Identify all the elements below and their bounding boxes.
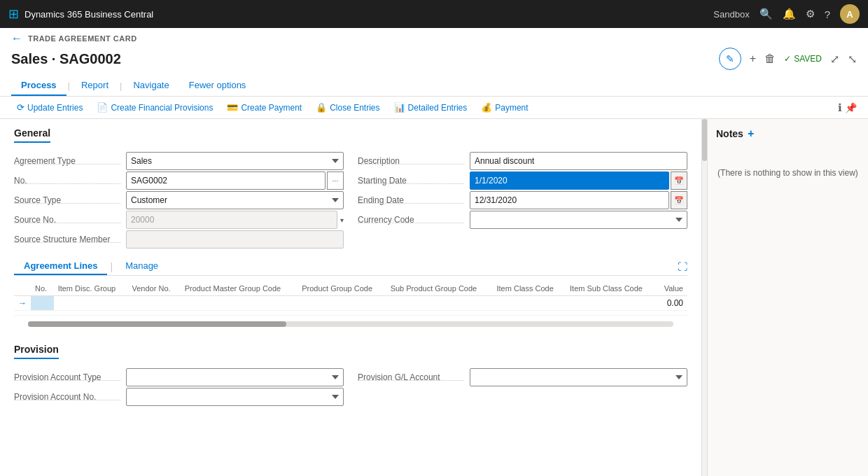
- no-ellipsis-button[interactable]: ···: [327, 172, 344, 190]
- starting-date-calendar-button[interactable]: 📅: [671, 172, 687, 190]
- description-row: Description: [358, 151, 687, 171]
- expand-table-icon[interactable]: ⛶: [678, 261, 687, 272]
- ending-date-label: Ending Date: [358, 195, 470, 205]
- gear-icon[interactable]: ⚙: [806, 8, 815, 20]
- create-payment-button[interactable]: 💳 Create Payment: [221, 99, 307, 115]
- pin-icon[interactable]: 📌: [845, 102, 857, 113]
- avatar[interactable]: A: [840, 4, 860, 24]
- delete-button[interactable]: 🗑: [764, 52, 776, 65]
- row-item-class-cell-2[interactable]: [492, 311, 566, 316]
- row-value-cell-2[interactable]: [657, 311, 687, 316]
- provision-account-no-row: Provision Account No.: [14, 387, 344, 407]
- tab-navigate[interactable]: Navigate: [123, 76, 178, 96]
- provision-account-no-label: Provision Account No.: [14, 392, 126, 402]
- row-item-sub-class-cell[interactable]: [566, 296, 657, 311]
- row-product-group-cell-2[interactable]: [298, 311, 386, 316]
- source-structure-value: [126, 230, 344, 248]
- row-sub-product-cell-2[interactable]: [386, 311, 493, 316]
- update-entries-icon: ⟳: [17, 102, 24, 113]
- row-sub-product-cell[interactable]: [386, 296, 493, 311]
- table-row[interactable]: → 0.00: [14, 296, 687, 311]
- payment-button[interactable]: 💰 Payment: [475, 99, 533, 115]
- source-no-dropdown-icon[interactable]: ▾: [340, 216, 344, 224]
- edit-button[interactable]: ✎: [719, 48, 741, 70]
- row-item-class-cell[interactable]: [492, 296, 566, 311]
- table-row[interactable]: [14, 311, 687, 316]
- row-item-disc-cell[interactable]: [54, 296, 128, 311]
- row-vendor-no-cell[interactable]: [128, 296, 181, 311]
- row-item-disc-cell-2[interactable]: [54, 311, 128, 316]
- row-product-master-cell-2[interactable]: [181, 311, 298, 316]
- col-arrow-header: [14, 281, 31, 296]
- general-section: General Agreement Type Sales: [0, 119, 701, 249]
- close-entries-button[interactable]: 🔒 Close Entries: [310, 99, 385, 115]
- row-item-sub-class-cell-2[interactable]: [566, 311, 657, 316]
- create-financial-button[interactable]: 📄 Create Financial Provisions: [91, 99, 218, 115]
- info-icon[interactable]: ℹ: [838, 102, 842, 114]
- source-type-row: Source Type Customer: [14, 190, 344, 210]
- provision-form-grid: Provision Account Type Provision Account…: [14, 368, 687, 407]
- provision-account-type-input[interactable]: [126, 368, 344, 386]
- row-value-cell[interactable]: 0.00: [657, 296, 687, 311]
- agreement-lines-tab[interactable]: Agreement Lines: [14, 258, 107, 275]
- vertical-scroll-thumb[interactable]: [702, 119, 707, 161]
- row-vendor-no-cell-2[interactable]: [128, 311, 181, 316]
- col-item-sub-class-header[interactable]: Item Sub Class Code: [566, 281, 657, 296]
- source-structure-input[interactable]: [126, 230, 344, 248]
- ending-date-input[interactable]: [470, 191, 669, 209]
- horizontal-scroll-thumb[interactable]: [28, 321, 286, 327]
- col-no-header[interactable]: No.: [31, 281, 54, 296]
- col-vendor-no-header[interactable]: Vendor No.: [128, 281, 181, 296]
- main-content: General Agreement Type Sales: [0, 119, 868, 476]
- provision-right-fields: Provision G/L Account: [358, 368, 687, 407]
- description-input[interactable]: [470, 152, 687, 170]
- currency-code-input[interactable]: [470, 211, 687, 229]
- col-sub-product-header[interactable]: Sub Product Group Code: [386, 281, 493, 296]
- source-no-row: Source No. ▾: [14, 210, 344, 230]
- tab-process[interactable]: Process: [11, 76, 66, 96]
- breadcrumb: TRADE AGREEMENT CARD: [28, 34, 137, 43]
- collapse-icon[interactable]: ⤡: [848, 52, 857, 66]
- search-icon[interactable]: 🔍: [760, 8, 773, 20]
- notes-header: Notes +: [716, 127, 860, 140]
- bell-icon[interactable]: 🔔: [783, 8, 796, 20]
- vertical-scrollbar[interactable]: [701, 119, 707, 476]
- source-type-label: Source Type: [14, 195, 126, 205]
- col-item-class-header[interactable]: Item Class Code: [492, 281, 566, 296]
- provision-gl-account-input[interactable]: [470, 368, 687, 386]
- horizontal-scrollbar[interactable]: [28, 321, 673, 327]
- general-form-grid: Agreement Type Sales No.: [14, 151, 687, 249]
- provision-account-no-input[interactable]: [126, 388, 344, 406]
- col-product-master-header[interactable]: Product Master Group Code: [181, 281, 298, 296]
- ending-date-calendar-button[interactable]: 📅: [671, 191, 687, 209]
- col-value-header[interactable]: Value: [657, 281, 687, 296]
- ending-date-row: Ending Date 📅: [358, 190, 687, 210]
- title-actions: ✎ + 🗑 ✓ SAVED ⤢ ⤡: [719, 48, 857, 70]
- help-icon[interactable]: ?: [825, 8, 830, 20]
- expand-out-icon[interactable]: ⤢: [830, 52, 839, 66]
- back-button[interactable]: ←: [11, 32, 22, 45]
- col-item-disc-header[interactable]: Item Disc. Group: [54, 281, 128, 296]
- row-no-cell[interactable]: [31, 296, 54, 311]
- manage-tab[interactable]: Manage: [115, 258, 168, 275]
- tab-report[interactable]: Report: [71, 76, 118, 96]
- starting-date-input[interactable]: [470, 172, 669, 190]
- starting-date-row: Starting Date 📅: [358, 171, 687, 190]
- source-structure-row: Source Structure Member: [14, 230, 344, 249]
- agreement-type-row: Agreement Type Sales: [14, 151, 344, 171]
- notes-add-button[interactable]: +: [748, 127, 754, 140]
- row-product-group-cell[interactable]: [298, 296, 386, 311]
- page-title: Sales · SAG0002: [11, 51, 121, 67]
- row-no-cell-2[interactable]: [31, 311, 54, 316]
- source-no-input[interactable]: [126, 211, 337, 229]
- no-input[interactable]: [126, 172, 326, 190]
- agreement-type-label: Agreement Type: [14, 156, 126, 166]
- col-product-group-header[interactable]: Product Group Code: [298, 281, 386, 296]
- update-entries-button[interactable]: ⟳ Update Entries: [11, 99, 88, 115]
- tab-fewer-options[interactable]: Fewer options: [179, 76, 256, 96]
- add-button[interactable]: +: [750, 52, 756, 65]
- agreement-type-input[interactable]: Sales: [126, 152, 344, 170]
- source-type-input[interactable]: Customer: [126, 191, 344, 209]
- row-product-master-cell[interactable]: [181, 296, 298, 311]
- detailed-entries-button[interactable]: 📊 Detailed Entries: [388, 99, 473, 115]
